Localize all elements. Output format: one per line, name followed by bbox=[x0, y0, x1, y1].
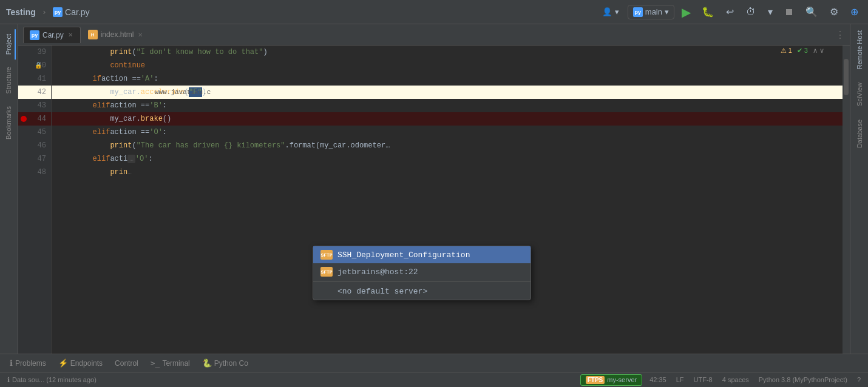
code-line-39: print("I don't know how to do that") bbox=[52, 45, 843, 59]
status-server-badge[interactable]: FTPS my-server bbox=[580, 374, 642, 386]
problems-icon: ℹ bbox=[10, 358, 13, 368]
tab-car-py[interactable]: py Car.py ✕ bbox=[23, 27, 81, 43]
top-bar: Testing › py Car.py 👤 ▾ py main ▾ ▶ 🐛 ↩ … bbox=[0, 0, 868, 24]
status-position[interactable]: 42:35 bbox=[647, 376, 669, 383]
help-icon: ? bbox=[857, 376, 861, 383]
status-indent[interactable]: 4 spaces bbox=[720, 376, 751, 383]
status-bar: ℹ Data sou... (12 minutes ago) FTPS my-s… bbox=[0, 372, 868, 387]
line-num-43: 43 bbox=[18, 99, 51, 112]
ac-label-no-server: <no default server> bbox=[320, 287, 523, 296]
encoding-text: UTF-8 bbox=[694, 376, 713, 383]
endpoints-icon: ⚡ bbox=[58, 358, 68, 368]
status-line-ending[interactable]: LF bbox=[674, 376, 687, 383]
breadcrumb-sep: › bbox=[43, 7, 46, 16]
line-ending-text: LF bbox=[676, 376, 684, 383]
tab-index-html-close[interactable]: ✕ bbox=[137, 31, 144, 39]
lock-icon: 🔒 bbox=[35, 62, 42, 69]
line-num-42: 42 bbox=[18, 86, 51, 99]
line-num-45: 45 bbox=[18, 126, 51, 139]
status-datasource: ℹ Data sou... (12 minutes ago) bbox=[5, 376, 99, 384]
line-num-46: 46 bbox=[18, 139, 51, 152]
sftp-icon-2: SFTP bbox=[320, 267, 333, 277]
interpreter-text: Python 3.8 (MyPythonProject) bbox=[759, 376, 847, 383]
tab-py-icon: py bbox=[30, 30, 39, 40]
ac-label-jetbrains: jetbrains@host:22 bbox=[337, 268, 523, 277]
line-num-44: 44 bbox=[18, 112, 51, 126]
status-datasource-icon: ℹ bbox=[7, 376, 10, 384]
btab-control[interactable]: Control bbox=[110, 357, 143, 369]
right-tab-sciview[interactable]: SciView bbox=[853, 76, 866, 112]
sidebar-tab-structure[interactable]: Structure bbox=[2, 62, 16, 99]
profile-button[interactable]: ⏱ bbox=[742, 4, 759, 20]
btab-python-console[interactable]: 🐍 Python Co bbox=[197, 357, 253, 369]
btab-endpoints-label: Endpoints bbox=[70, 359, 103, 368]
coverage-button[interactable]: ▾ bbox=[764, 4, 776, 20]
code-line-47: elif acti…'O': bbox=[52, 152, 843, 166]
code-line-45: elif action == 'O': bbox=[52, 126, 843, 139]
indent-text: 4 spaces bbox=[722, 376, 749, 383]
btab-problems[interactable]: ℹ Problems bbox=[5, 357, 51, 369]
server-name: my-server bbox=[607, 376, 637, 383]
status-datasource-text: Data sou... (12 minutes ago) bbox=[12, 376, 97, 383]
tab-car-py-close[interactable]: ✕ bbox=[67, 31, 74, 39]
ac-item-jetbrains[interactable]: SFTP jetbrains@host:22 bbox=[313, 263, 531, 280]
ac-separator bbox=[313, 281, 531, 282]
code-line-41: if action == 'A': bbox=[52, 72, 843, 86]
sidebar-tab-bookmarks[interactable]: Bookmarks bbox=[2, 101, 16, 144]
debug-button[interactable]: 🐛 bbox=[698, 4, 717, 20]
line-num-40: 40 🔒 bbox=[18, 59, 51, 72]
btab-control-label: Control bbox=[115, 359, 138, 368]
status-help[interactable]: ? bbox=[855, 376, 863, 383]
ftp-icon: FTPS bbox=[586, 376, 605, 384]
code-line-44: my_car.brake() bbox=[52, 112, 843, 126]
search-button[interactable]: 🔍 bbox=[802, 4, 821, 20]
run-button[interactable]: ▶ bbox=[679, 5, 693, 19]
stop-button[interactable]: ⏹ bbox=[781, 5, 797, 19]
left-sidebar: Project Structure Bookmarks bbox=[0, 24, 18, 354]
sidebar-tab-project[interactable]: Project bbox=[2, 29, 16, 59]
bottom-tabs: ℹ Problems ⚡ Endpoints Control >_ Termin… bbox=[0, 354, 868, 372]
status-interpreter[interactable]: Python 3.8 (MyPythonProject) bbox=[756, 376, 850, 383]
tabs-more-button[interactable]: ⋮ bbox=[835, 29, 845, 41]
branch-selector[interactable]: py main ▾ bbox=[628, 5, 674, 19]
status-encoding[interactable]: UTF-8 bbox=[691, 376, 715, 383]
ac-item-ssh-config[interactable]: SFTP SSH_Deployment_Configuration bbox=[313, 246, 531, 263]
editor-content: 39 40 🔒 41 42 43 44 45 46 47 48 bbox=[18, 45, 850, 354]
user-button[interactable]: 👤 ▾ bbox=[598, 5, 623, 19]
position-text: 42:35 bbox=[649, 376, 666, 383]
btab-python-console-label: Python Co bbox=[214, 359, 248, 368]
code-line-48: prin… bbox=[52, 166, 843, 179]
line-numbers-gutter: 39 40 🔒 41 42 43 44 45 46 47 48 bbox=[18, 45, 52, 354]
code-line-46: print("The car has driven {} kilometers"… bbox=[52, 139, 843, 152]
tab-car-py-label: Car.py bbox=[42, 31, 64, 39]
py-file-icon: py bbox=[53, 7, 63, 17]
project-title: Testing bbox=[6, 7, 36, 17]
settings-button[interactable]: ⚙ bbox=[826, 4, 842, 20]
vertical-scrollbar[interactable] bbox=[843, 45, 850, 354]
line-num-39: 39 bbox=[18, 45, 51, 59]
code-line-43: elif action == 'B': bbox=[52, 99, 843, 112]
code-lines: ⚠ 1 ✔ 3 ∧ ∨ print("I don't know how to d… bbox=[52, 45, 843, 354]
main-layout: Project Structure Bookmarks py Car.py ✕ … bbox=[0, 24, 868, 354]
ac-item-no-server[interactable]: <no default server> bbox=[313, 283, 531, 300]
right-sidebar: Remote Host SciView Database bbox=[850, 24, 868, 354]
code-line-42: www.javatiku.c my_car.accelerate("F") bbox=[52, 86, 843, 99]
breadcrumb-file: py Car.py bbox=[53, 7, 89, 17]
step-over-button[interactable]: ↩ bbox=[722, 4, 737, 20]
btab-terminal[interactable]: >_ Terminal bbox=[146, 357, 195, 369]
sftp-icon-1: SFTP bbox=[320, 250, 333, 260]
tab-html-icon: H bbox=[88, 30, 98, 39]
code-line-40: continue bbox=[52, 59, 843, 72]
scroll-thumb[interactable] bbox=[844, 59, 849, 95]
tab-index-html[interactable]: H index.html ✕ bbox=[82, 27, 151, 42]
right-tab-remote-host[interactable]: Remote Host bbox=[853, 24, 866, 75]
terminal-icon: >_ bbox=[151, 358, 160, 368]
breakpoint-44 bbox=[21, 116, 27, 122]
btab-endpoints[interactable]: ⚡ Endpoints bbox=[53, 357, 107, 369]
tab-index-html-label: index.html bbox=[101, 30, 134, 39]
right-tab-database[interactable]: Database bbox=[853, 113, 866, 154]
line-num-47: 47 bbox=[18, 152, 51, 166]
btab-terminal-label: Terminal bbox=[162, 359, 189, 368]
update-button[interactable]: ⊕ bbox=[847, 4, 862, 20]
line-num-41: 41 bbox=[18, 72, 51, 86]
